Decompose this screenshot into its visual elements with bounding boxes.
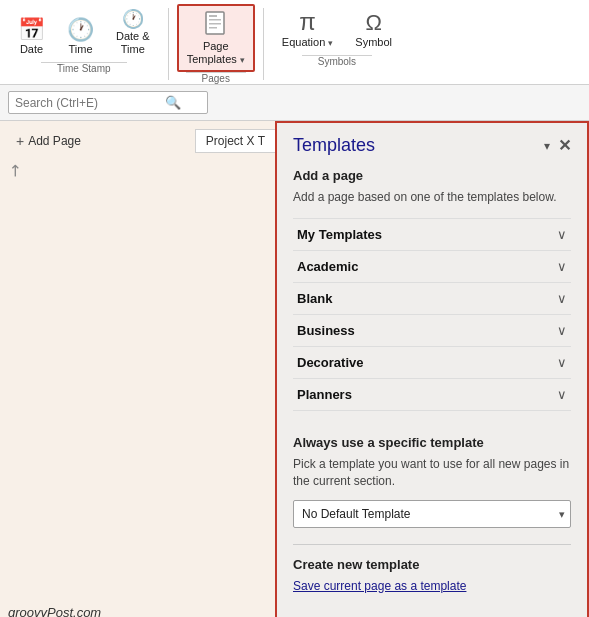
template-item-business-label: Business	[297, 323, 355, 338]
expand-icon[interactable]: ↗	[3, 160, 26, 183]
page-tab[interactable]: Project X T	[195, 129, 275, 153]
pages-group-label: Pages	[186, 72, 246, 84]
chevron-down-icon: ∨	[557, 387, 567, 402]
template-list: My Templates ∨ Academic ∨ Blank ∨ Busine…	[293, 218, 571, 411]
list-item[interactable]: Planners ∨	[293, 379, 571, 411]
equation-button[interactable]: π Equation ▾	[272, 4, 343, 55]
symbol-label: Symbol	[355, 36, 392, 49]
svg-rect-3	[209, 23, 221, 25]
equation-icon: π	[299, 10, 316, 34]
ribbon-group-pages-btns: PageTemplates ▾	[177, 4, 255, 72]
ribbon-group-symbols: π Equation ▾ Ω Symbol Symbols	[272, 4, 402, 84]
panel-dropdown-icon[interactable]: ▾	[544, 139, 550, 153]
template-item-planners-label: Planners	[297, 387, 352, 402]
template-item-academic-label: Academic	[297, 259, 358, 274]
template-item-my-templates-label: My Templates	[297, 227, 382, 242]
chevron-down-icon: ∨	[557, 355, 567, 370]
page-templates-label: PageTemplates ▾	[187, 40, 245, 66]
ribbon-toolbar: 📅 Date 🕐 Time 🕐 Date &Time Time Stamp	[0, 0, 589, 84]
create-heading: Create new template	[293, 557, 571, 572]
left-panel: + Add Page Project X T ↗ groovyPost.com	[0, 121, 275, 617]
content-area: + Add Page Project X T ↗ groovyPost.com …	[0, 121, 589, 617]
list-item[interactable]: My Templates ∨	[293, 218, 571, 251]
symbols-group-label: Symbols	[302, 55, 372, 84]
always-desc: Pick a template you want to use for all …	[293, 456, 571, 490]
templates-panel: Templates ▾ ✕ Add a page Add a page base…	[275, 121, 589, 617]
symbol-button[interactable]: Ω Symbol	[345, 4, 402, 55]
search-input[interactable]	[15, 96, 165, 110]
ribbon-group-timestamp: 📅 Date 🕐 Time 🕐 Date &Time Time Stamp	[8, 4, 160, 84]
template-item-decorative-label: Decorative	[297, 355, 363, 370]
search-wrapper: 🔍	[8, 91, 208, 114]
always-heading: Always use a specific template	[293, 435, 571, 450]
ribbon-group-timestamp-btns: 📅 Date 🕐 Time 🕐 Date &Time	[8, 4, 160, 62]
page-templates-button[interactable]: PageTemplates ▾	[177, 4, 255, 72]
save-template-link[interactable]: Save current page as a template	[293, 579, 466, 593]
add-page-label: Add Page	[28, 134, 81, 148]
time-label: Time	[68, 43, 92, 56]
datetime-icon: 🕐	[122, 10, 144, 28]
template-item-blank-label: Blank	[297, 291, 332, 306]
always-section: Always use a specific template Pick a te…	[293, 427, 571, 528]
template-dropdown-wrapper: No Default Template ▾	[293, 500, 571, 528]
add-page-heading: Add a page	[293, 168, 571, 183]
add-page-button[interactable]: + Add Page	[8, 129, 89, 153]
divider-1	[168, 8, 169, 80]
create-section: Create new template Save current page as…	[293, 544, 571, 593]
search-bar: 🔍	[0, 85, 589, 121]
list-item[interactable]: Decorative ∨	[293, 347, 571, 379]
timestamp-group-label: Time Stamp	[41, 62, 127, 84]
list-item[interactable]: Blank ∨	[293, 283, 571, 315]
search-icon: 🔍	[165, 95, 181, 110]
list-item[interactable]: Academic ∨	[293, 251, 571, 283]
svg-rect-1	[209, 15, 217, 17]
svg-rect-2	[209, 19, 221, 21]
chevron-down-icon: ∨	[557, 227, 567, 242]
datetime-label: Date &Time	[116, 30, 150, 56]
panel-title: Templates	[293, 135, 375, 156]
date-button[interactable]: 📅 Date	[8, 4, 55, 62]
watermark: groovyPost.com	[8, 605, 101, 617]
calendar-icon: 📅	[18, 19, 45, 41]
svg-rect-4	[209, 27, 217, 29]
ribbon: 📅 Date 🕐 Time 🕐 Date &Time Time Stamp	[0, 0, 589, 85]
datetime-button[interactable]: 🕐 Date &Time	[106, 4, 160, 62]
add-page-desc: Add a page based on one of the templates…	[293, 189, 571, 206]
page-tab-label: Project X T	[206, 134, 265, 148]
panel-header: Templates ▾ ✕	[293, 135, 571, 156]
chevron-down-icon: ∨	[557, 259, 567, 274]
ribbon-group-symbols-btns: π Equation ▾ Ω Symbol	[272, 4, 402, 55]
plus-icon: +	[16, 133, 24, 149]
symbol-icon: Ω	[365, 12, 381, 34]
clock-icon: 🕐	[67, 19, 94, 41]
panel-close-button[interactable]: ✕	[558, 136, 571, 155]
chevron-down-icon: ∨	[557, 291, 567, 306]
equation-label: Equation ▾	[282, 36, 333, 49]
date-label: Date	[20, 43, 43, 56]
page-templates-icon	[202, 10, 230, 38]
ribbon-group-pages: PageTemplates ▾ Pages	[177, 4, 255, 84]
divider-2	[263, 8, 264, 80]
panel-header-icons: ▾ ✕	[544, 136, 571, 155]
list-item[interactable]: Business ∨	[293, 315, 571, 347]
time-button[interactable]: 🕐 Time	[57, 4, 104, 62]
chevron-down-icon: ∨	[557, 323, 567, 338]
template-dropdown[interactable]: No Default Template	[293, 500, 571, 528]
